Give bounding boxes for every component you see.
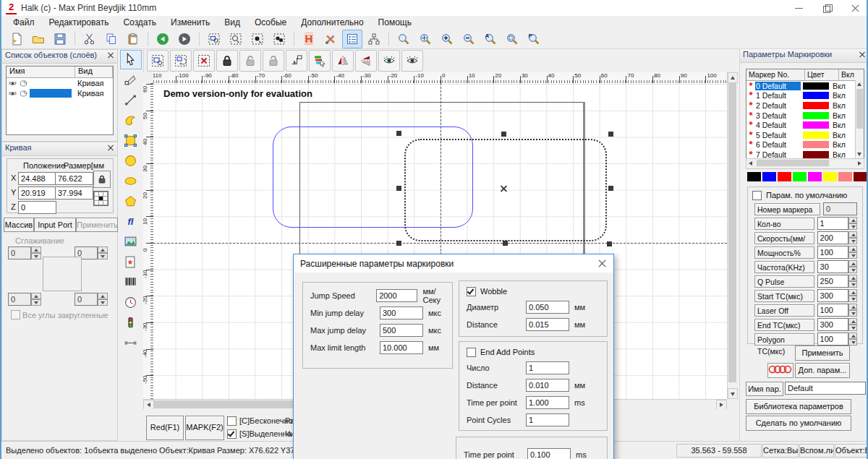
spin-up-icon[interactable]	[848, 304, 857, 310]
text-tool[interactable]: fI	[120, 212, 142, 231]
y-size-field[interactable]: 37.994	[55, 186, 93, 200]
vscroll-thumb[interactable]	[728, 82, 736, 382]
anchor-point-selector[interactable]	[93, 191, 109, 206]
param-label-button[interactable]: Start TC(мкс)	[754, 290, 814, 302]
marker-row[interactable]: *6 DefaultВкл	[746, 140, 864, 150]
marker-hscrollbar[interactable]	[746, 158, 864, 169]
menu-item-3[interactable]: Изменить	[165, 17, 216, 28]
param-name-field[interactable]: Default	[785, 382, 866, 395]
spinner[interactable]	[848, 333, 857, 346]
param-value-field[interactable]: 30	[817, 260, 848, 273]
save-file-button[interactable]	[50, 30, 70, 48]
menu-item-5[interactable]: Особые	[249, 17, 292, 28]
line-tool[interactable]	[120, 90, 142, 110]
marker-name[interactable]: 4 Default	[755, 121, 801, 129]
object-list-row[interactable]: Кривая	[7, 78, 113, 88]
spinner[interactable]	[848, 217, 857, 230]
device-settings-button[interactable]	[320, 30, 341, 48]
menu-item-1[interactable]: Редактировать	[43, 17, 115, 28]
x-position-field[interactable]: 24.488	[18, 172, 56, 185]
dialog-param-field[interactable]: 500	[380, 324, 423, 337]
dialog-param-field[interactable]: 1	[526, 413, 569, 426]
polygon-tool[interactable]	[120, 192, 142, 211]
ellipse-tool[interactable]	[120, 171, 142, 191]
param-label-button[interactable]: Q Pulse Width(ns)	[754, 275, 814, 288]
redo-button[interactable]	[174, 30, 195, 48]
param-label-button[interactable]: Скорость(мм/Сек	[754, 232, 814, 244]
move-node-button[interactable]	[247, 30, 268, 48]
menu-item-6[interactable]: Дополнительно	[295, 17, 369, 28]
selected-only-checkbox[interactable]	[227, 429, 237, 439]
zoom-window-button[interactable]	[393, 30, 414, 48]
spin-down-icon[interactable]	[848, 325, 857, 331]
spinner[interactable]	[848, 275, 857, 288]
marker-row[interactable]: *4 DefaultВкл	[746, 120, 864, 130]
palette-swatch-5[interactable]	[823, 172, 837, 181]
spin-down-icon[interactable]	[848, 296, 857, 302]
delete-object-button[interactable]	[193, 50, 215, 72]
marker-vscrollbar[interactable]	[855, 80, 864, 158]
object-list-col-name[interactable]: Имя	[7, 67, 75, 77]
preview-show-all-button[interactable]	[401, 50, 423, 72]
delay-tool[interactable]	[120, 293, 142, 312]
param-value-field[interactable]: 100	[817, 246, 848, 259]
palette-swatch-1[interactable]	[762, 172, 776, 181]
marker-color-swatch[interactable]	[803, 151, 829, 158]
edit-nodes-button[interactable]	[204, 30, 224, 48]
palette-swatch-6[interactable]	[838, 172, 852, 181]
unlock-object-button[interactable]	[239, 50, 261, 72]
dialog-param-field[interactable]: 0.100	[527, 448, 571, 459]
aspect-lock-button[interactable]	[93, 171, 111, 188]
image-tool[interactable]	[120, 232, 142, 252]
wobble-checkbox[interactable]	[467, 287, 476, 296]
object-status[interactable]: Объект:Вк	[835, 444, 868, 458]
marker-color-swatch[interactable]	[803, 121, 829, 129]
menu-item-7[interactable]: Помощь	[373, 17, 417, 28]
node-edit-tool[interactable]	[120, 70, 142, 90]
vertical-scrollbar[interactable]	[727, 72, 737, 399]
menu-item-2[interactable]: Создать	[117, 17, 162, 28]
undo-button[interactable]	[153, 30, 173, 48]
zoom-page-button[interactable]: P	[524, 30, 544, 48]
mirror-vertical-button[interactable]	[355, 50, 377, 72]
eye-icon[interactable]	[8, 89, 17, 98]
param-label-button[interactable]: Номер маркера	[754, 203, 820, 215]
grid-status[interactable]: Сетка:Вык	[762, 444, 799, 458]
menu-item-0[interactable]: Файл	[7, 17, 41, 28]
copy-button[interactable]	[101, 30, 122, 48]
object-name-cell[interactable]	[30, 79, 72, 87]
spin-down-icon[interactable]	[848, 252, 857, 259]
pick-object-button[interactable]	[309, 50, 331, 72]
io-diagram-button[interactable]	[364, 30, 384, 48]
marker-row[interactable]: *2 DefaultВкл	[746, 100, 864, 111]
mirror-horizontal-button[interactable]	[332, 50, 354, 72]
palette-swatch-7[interactable]	[854, 172, 867, 181]
mark-button[interactable]: MAPK(F2)	[185, 416, 224, 440]
zoom-move-button[interactable]	[415, 30, 435, 48]
dialog-param-field[interactable]: 0.015	[526, 318, 569, 331]
spin-up-icon[interactable]	[848, 318, 857, 325]
close-icon[interactable]	[851, 4, 859, 12]
new-file-button[interactable]	[7, 30, 27, 48]
close-icon[interactable]	[859, 51, 866, 58]
zoom-in-button[interactable]	[437, 30, 457, 48]
guide-status[interactable]: Вспом.ли	[799, 444, 834, 458]
wobble-rings-button[interactable]	[767, 363, 793, 378]
spin-up-icon[interactable]	[848, 260, 857, 267]
param-value-field[interactable]: 1	[817, 217, 848, 230]
selection-handle[interactable]	[396, 241, 401, 246]
param-value-field[interactable]: 300	[817, 289, 848, 302]
spin-up-icon[interactable]	[848, 231, 857, 238]
continuous-checkbox[interactable]	[227, 416, 237, 426]
spin-up-icon[interactable]	[848, 275, 857, 281]
apply-params-button[interactable]: Применить	[795, 346, 850, 361]
restore-icon[interactable]	[823, 4, 831, 12]
spin-up-icon[interactable]	[848, 333, 857, 339]
palette-swatch-0[interactable]	[747, 172, 761, 181]
param-value-field[interactable]: 0	[823, 202, 857, 215]
marker-name[interactable]: 3 Default	[755, 111, 801, 120]
hatch-button[interactable]: H	[299, 30, 319, 48]
selection-handle[interactable]	[396, 186, 401, 191]
marker-row[interactable]: *1 DefaultВкл	[746, 91, 864, 101]
close-icon[interactable]	[598, 259, 606, 267]
